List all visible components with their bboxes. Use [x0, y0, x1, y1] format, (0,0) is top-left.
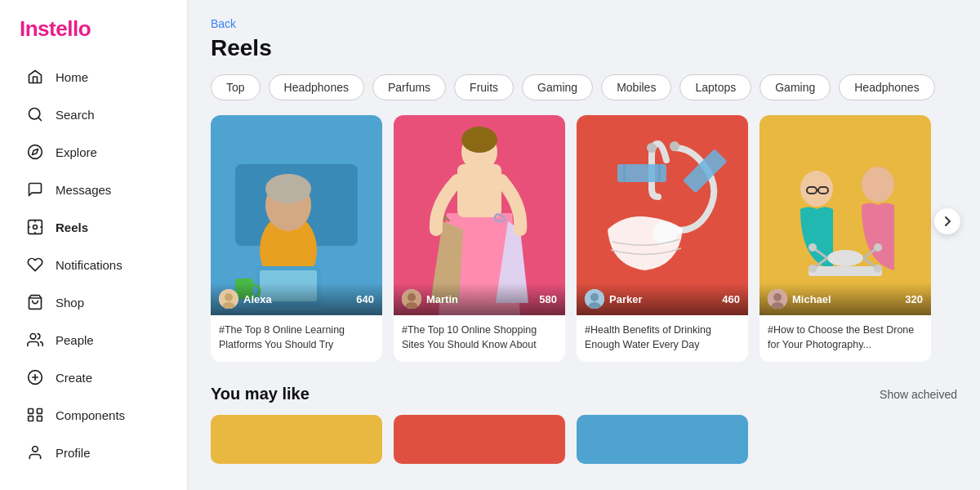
sidebar: Instello Home Search Explore — [0, 0, 188, 490]
svg-point-2 — [29, 145, 42, 159]
filter-pill-parfums[interactable]: Parfums — [372, 74, 446, 100]
reel-overlay-alexa: Alexa 640 — [211, 283, 382, 315]
sidebar-item-shop[interactable]: Shop — [7, 284, 180, 320]
shop-icon — [26, 293, 44, 311]
bottom-card-3[interactable] — [577, 415, 748, 464]
svg-rect-18 — [38, 416, 42, 421]
you-may-like-header: You may like Show acheived — [211, 385, 957, 403]
reel-image-michael: Michael 320 — [760, 115, 931, 315]
filter-pills: Top Headphones Parfums Fruits Gaming Mob… — [211, 74, 957, 100]
filter-pill-fruits[interactable]: Fruits — [454, 74, 514, 100]
messages-icon — [26, 180, 44, 198]
filter-pill-gaming[interactable]: Gaming — [522, 74, 593, 100]
sidebar-item-label: Reels — [56, 220, 88, 234]
reel-overlay-parker: Parker 460 — [577, 283, 748, 315]
back-link[interactable]: Back — [211, 17, 236, 30]
reel-user-parker: Parker — [585, 289, 642, 309]
svg-rect-43 — [623, 164, 626, 182]
svg-point-24 — [265, 174, 311, 203]
sidebar-item-components[interactable]: Components — [7, 397, 180, 433]
filter-pill-mobiles[interactable]: Mobiles — [601, 74, 671, 100]
reel-username: Michael — [792, 293, 831, 305]
reel-count-martin: 580 — [539, 293, 557, 305]
reel-username: Martin — [426, 293, 458, 305]
svg-rect-17 — [29, 416, 33, 421]
sidebar-item-notifications[interactable]: Notifications — [7, 247, 180, 283]
reel-username: Alexa — [243, 293, 272, 305]
reel-image-alexa: Alexa 640 — [211, 115, 382, 315]
svg-point-11 — [30, 334, 36, 340]
sidebar-item-messages[interactable]: Messages — [7, 172, 180, 207]
reel-card-martin[interactable]: Martin 580 #The Top 10 Online Shopping S… — [394, 115, 565, 362]
sidebar-item-label: Components — [56, 408, 125, 422]
reel-user-martin: Martin — [402, 289, 458, 309]
reel-user-michael: Michael — [768, 289, 831, 309]
svg-point-5 — [33, 225, 38, 229]
scroll-right-arrow[interactable] — [934, 208, 960, 234]
svg-point-47 — [590, 293, 599, 301]
svg-point-36 — [408, 293, 416, 301]
reel-cards-container: Alexa 640 #The Top 8 Online Learning Pla… — [211, 115, 957, 362]
filter-pill-top[interactable]: Top — [211, 74, 261, 100]
svg-rect-16 — [38, 409, 42, 414]
svg-point-64 — [874, 265, 882, 273]
svg-point-29 — [225, 293, 233, 301]
main-content: Back Reels Top Headphones Parfums Fruits… — [188, 0, 980, 490]
reels-icon — [26, 218, 44, 236]
svg-point-40 — [647, 143, 657, 153]
home-icon — [26, 68, 44, 86]
svg-point-41 — [670, 141, 679, 151]
filter-pill-headphones2[interactable]: Headphones — [839, 74, 934, 100]
svg-rect-32 — [457, 164, 501, 217]
reel-desc-martin: #The Top 10 Online Shopping Sites You Sh… — [394, 315, 565, 362]
show-achieved-link[interactable]: Show acheived — [880, 388, 957, 401]
bottom-card-1[interactable] — [211, 415, 382, 464]
search-icon — [26, 105, 44, 123]
reel-image-martin: Martin 580 — [394, 115, 565, 315]
you-may-like-title: You may like — [211, 385, 310, 403]
reel-desc-parker: #Health Benefits of Drinking Enough Wate… — [577, 315, 748, 362]
sidebar-item-create[interactable]: Create — [7, 359, 180, 395]
sidebar-item-explore[interactable]: Explore — [7, 134, 180, 170]
reel-user-alexa: Alexa — [219, 289, 272, 309]
sidebar-item-label: Explore — [56, 145, 97, 159]
filter-pill-laptops[interactable]: Laptops — [679, 74, 751, 100]
sidebar-item-people[interactable]: Peaple — [7, 322, 180, 358]
svg-point-62 — [874, 243, 882, 252]
svg-point-66 — [773, 293, 782, 301]
sidebar-item-home[interactable]: Home — [7, 59, 180, 95]
app-logo[interactable]: Instello — [0, 13, 187, 58]
svg-point-63 — [808, 265, 817, 273]
bottom-card-2[interactable] — [394, 415, 565, 464]
reel-card-alexa[interactable]: Alexa 640 #The Top 8 Online Learning Pla… — [211, 115, 382, 362]
reel-overlay-martin: Martin 580 — [394, 283, 565, 315]
svg-point-61 — [808, 243, 817, 252]
components-icon — [26, 406, 44, 424]
reel-avatar-parker — [585, 289, 604, 309]
reel-card-parker[interactable]: Parker 460 #Health Benefits of Drinking … — [577, 115, 748, 362]
bottom-cards-row — [211, 415, 957, 464]
reel-desc-michael: #How to Choose the Best Drone for Your P… — [760, 315, 931, 362]
svg-point-34 — [461, 127, 497, 153]
reel-avatar-alexa — [219, 289, 238, 309]
sidebar-item-reels[interactable]: Reels — [7, 209, 180, 245]
svg-rect-55 — [808, 266, 882, 276]
sidebar-item-label: Home — [56, 70, 88, 84]
create-icon — [26, 368, 44, 386]
sidebar-item-label: Notifications — [56, 258, 122, 272]
explore-icon — [26, 143, 44, 161]
sidebar-item-search[interactable]: Search — [7, 96, 180, 132]
svg-point-51 — [862, 167, 894, 203]
reel-count-parker: 460 — [722, 293, 740, 305]
svg-marker-3 — [32, 149, 38, 154]
sidebar-item-profile[interactable]: Profile — [7, 434, 180, 470]
reel-avatar-martin — [402, 289, 421, 309]
reel-card-michael[interactable]: Michael 320 #How to Choose the Best Dron… — [760, 115, 931, 362]
filter-pill-headphones[interactable]: Headphones — [269, 74, 364, 100]
sidebar-item-label: Search — [56, 108, 95, 122]
sidebar-item-label: Peaple — [56, 333, 94, 347]
filter-pill-gaming2[interactable]: Gaming — [760, 74, 831, 100]
svg-point-56 — [827, 250, 863, 266]
notifications-icon — [26, 256, 44, 274]
reel-image-parker: Parker 460 — [577, 115, 748, 315]
